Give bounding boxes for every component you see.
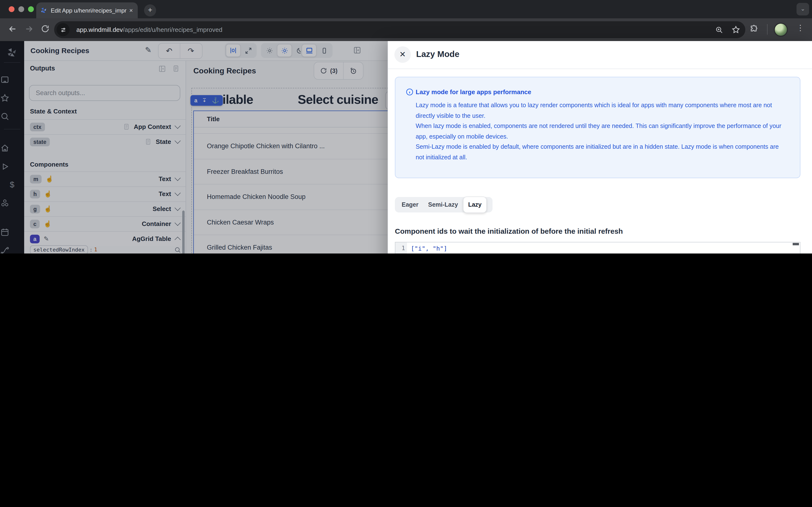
code-line-number: 1 bbox=[395, 242, 407, 253]
profile-avatar[interactable] bbox=[774, 23, 788, 37]
lazy-mode-segmented-control: Eager Semi-Lazy Lazy bbox=[395, 197, 493, 213]
url-text: app.windmill.dev/apps/edit/u/henri/recip… bbox=[77, 26, 222, 33]
drawer-backdrop[interactable] bbox=[0, 41, 388, 253]
browser-tab[interactable]: Edit App u/henri/recipes_impr × bbox=[36, 2, 138, 18]
drawer-divider bbox=[388, 68, 812, 69]
info-title: Lazy mode for large apps performance bbox=[416, 89, 531, 96]
editor-scrollbar[interactable] bbox=[793, 243, 799, 245]
info-paragraph: Lazy mode is a feature that allows you t… bbox=[416, 101, 787, 121]
toolbar-divider bbox=[767, 24, 767, 35]
minimize-window-button[interactable] bbox=[18, 6, 24, 12]
lazy-mode-drawer: ✕ Lazy Mode Lazy mode for large apps per… bbox=[388, 41, 812, 253]
forward-icon[interactable] bbox=[24, 24, 34, 34]
info-body: Lazy mode is a feature that allows you t… bbox=[416, 101, 787, 163]
zoom-page-icon[interactable] bbox=[715, 25, 723, 34]
tab-title: Edit App u/henri/recipes_impr bbox=[51, 7, 128, 14]
close-window-button[interactable] bbox=[9, 6, 14, 12]
mode-semilazy-button[interactable]: Semi-Lazy bbox=[423, 201, 463, 208]
mode-lazy-button-selected[interactable]: Lazy bbox=[463, 196, 487, 213]
screenshot-root: Edit App u/henri/recipes_impr × + ⌄ app.… bbox=[0, 0, 812, 253]
browser-toolbar: app.windmill.dev/apps/edit/u/henri/recip… bbox=[0, 18, 812, 41]
bookmark-star-icon[interactable] bbox=[731, 25, 741, 34]
site-settings-icon[interactable] bbox=[57, 23, 69, 36]
browser-menu-icon[interactable]: ⋮ bbox=[797, 23, 804, 32]
lazy-mode-info-box: Lazy mode for large apps performance Laz… bbox=[395, 77, 800, 178]
mode-eager-button[interactable]: Eager bbox=[397, 201, 423, 208]
new-tab-button[interactable]: + bbox=[144, 4, 156, 16]
tab-close-icon[interactable]: × bbox=[128, 7, 134, 14]
info-paragraph: Semi-Lazy mode is enabled by default, wh… bbox=[416, 142, 787, 163]
browser-tabstrip: Edit App u/henri/recipes_impr × + ⌄ bbox=[0, 0, 812, 18]
extensions-icon[interactable] bbox=[750, 24, 759, 33]
component-ids-heading: Component ids to wait the initialization… bbox=[395, 227, 623, 235]
tab-search-chevron-icon[interactable]: ⌄ bbox=[797, 3, 809, 15]
url-bar[interactable]: app.windmill.dev/apps/edit/u/henri/recip… bbox=[54, 21, 745, 38]
reload-icon[interactable] bbox=[41, 24, 50, 33]
component-ids-value: ["i", "h"] bbox=[411, 242, 447, 253]
close-icon[interactable]: ✕ bbox=[394, 46, 411, 63]
component-ids-code-input[interactable]: 1 ["i", "h"] bbox=[395, 242, 800, 253]
maximize-window-button[interactable] bbox=[28, 6, 34, 12]
info-paragraph: When lazy mode is enabled, components ar… bbox=[416, 121, 787, 142]
back-icon[interactable] bbox=[8, 24, 17, 34]
drawer-title: Lazy Mode bbox=[416, 49, 459, 59]
info-icon bbox=[406, 88, 414, 96]
windmill-favicon bbox=[40, 7, 47, 14]
